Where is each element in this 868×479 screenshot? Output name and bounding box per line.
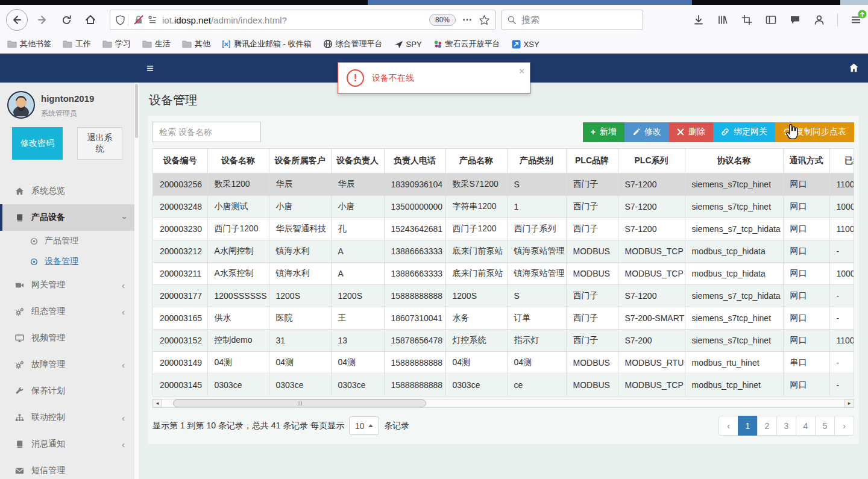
cell-protocol[interactable]: modbus_tcp_hidata	[685, 240, 783, 263]
cell-product-name[interactable]: 字符串1200	[445, 196, 507, 218]
browser-search-bar[interactable]: 搜索	[502, 10, 643, 30]
table-row[interactable]: 200003177 1200SSSSSS 1200S 1200S 1588888…	[153, 285, 854, 307]
tracking-shield-icon[interactable]	[115, 15, 125, 25]
col-product-category[interactable]: 产品类别	[507, 149, 566, 174]
reload-button[interactable]	[57, 10, 76, 30]
cell-comm-mode[interactable]: 网口	[783, 285, 829, 307]
cell-owner[interactable]: 王	[331, 307, 384, 330]
cell-protocol[interactable]: siemens_s7tcp_hinet	[685, 330, 783, 352]
cell-phone[interactable]: 18607310041	[384, 307, 445, 330]
permissions-icon[interactable]	[148, 15, 157, 25]
cell-bound-gateway[interactable]: -	[829, 240, 854, 263]
cell-customer[interactable]: 华辰智通科技	[269, 218, 331, 240]
col-bound-gateway[interactable]: 已绑定网关	[829, 149, 854, 174]
cell-device-id[interactable]: 200003248	[153, 196, 207, 218]
pocket-chat-icon[interactable]	[789, 14, 801, 26]
cell-plc-series[interactable]: S7-200	[618, 330, 685, 352]
cell-phone[interactable]: 13500000000	[384, 196, 445, 218]
cell-customer[interactable]: 31	[269, 330, 331, 352]
col-phone[interactable]: 负责人电话	[384, 149, 445, 174]
cell-product-name[interactable]: 数采S71200	[445, 174, 507, 196]
cell-customer[interactable]: 医院	[269, 307, 331, 330]
cell-comm-mode[interactable]: 网口	[783, 374, 829, 396]
cell-product-category[interactable]: 订单	[507, 307, 566, 330]
cell-customer[interactable]: 1200S	[269, 285, 331, 307]
cell-plc-brand[interactable]: 西门子	[566, 307, 618, 330]
bookmark-mgmt-platform[interactable]: 综合管理平台	[323, 39, 383, 49]
cell-customer[interactable]: 小唐	[269, 196, 331, 218]
cell-plc-series[interactable]: S7-1200	[618, 196, 685, 218]
pagination-page-1[interactable]: 1	[738, 416, 758, 436]
cell-plc-series[interactable]: MODBUS_RTU	[618, 352, 685, 374]
cell-product-category[interactable]: 指示灯	[507, 330, 566, 352]
cell-plc-brand[interactable]: 西门子	[566, 330, 618, 352]
cell-device-name[interactable]: 小唐测试	[207, 196, 269, 218]
delete-button[interactable]: 删除	[669, 122, 713, 142]
pagination-page-4[interactable]: 4	[796, 416, 816, 436]
cell-device-name[interactable]: A水泵控制	[207, 263, 269, 285]
col-product-name[interactable]: 产品名称	[445, 149, 507, 174]
table-row[interactable]: 200003256 数采1200 华辰 华辰 18390936104 数采S71…	[153, 174, 854, 196]
cell-product-name[interactable]: 水务	[445, 307, 507, 330]
cell-owner[interactable]: 0303ce	[331, 374, 384, 396]
cell-phone[interactable]: 15888888888	[384, 285, 445, 307]
cell-product-name[interactable]: 04测	[445, 352, 507, 374]
sidebar-item-maintenance[interactable]: 保养计划	[0, 378, 134, 404]
cell-product-category[interactable]: 镇海泵站管理	[507, 240, 566, 263]
app-menu-button[interactable]	[850, 14, 862, 26]
cell-comm-mode[interactable]: 网口	[783, 240, 829, 263]
bookmark-tencent-mail[interactable]: 腾讯企业邮箱 - 收件箱	[222, 39, 312, 49]
cell-protocol[interactable]: siemens_s7tcp_hinet	[685, 307, 783, 330]
sidebar-item-config[interactable]: 组态管理 ‹	[0, 298, 134, 325]
cell-product-name[interactable]: 西门子1200	[445, 218, 507, 240]
cell-comm-mode[interactable]: 网口	[783, 196, 829, 218]
sidebar-item-fault[interactable]: 故障管理 ‹	[0, 351, 134, 378]
cell-protocol[interactable]: siemens_s7tcp_hinet	[685, 196, 783, 218]
bind-gateway-button[interactable]: 绑定网关	[713, 122, 775, 142]
cell-device-name[interactable]: 0303ce	[207, 374, 269, 396]
bookmark-folder-study[interactable]: 学习	[102, 39, 131, 49]
cell-plc-series[interactable]: MODBUS_TCP	[618, 263, 685, 285]
sidebar-scrollbar-thumb[interactable]	[135, 84, 138, 138]
cell-product-name[interactable]: 底来门前泵站	[445, 240, 507, 263]
scrollbar-track[interactable]	[162, 399, 844, 408]
pagination-page-5[interactable]: 5	[815, 416, 835, 436]
sidebar-item-sms[interactable]: 短信管理	[0, 457, 134, 479]
cell-phone[interactable]: 18390936104	[384, 174, 445, 196]
cell-plc-series[interactable]: S7-1200	[618, 174, 685, 196]
app-home-icon[interactable]	[848, 62, 860, 74]
browser-home-button[interactable]	[81, 10, 100, 30]
sidebar-item-gateway[interactable]: 网关管理 ‹	[0, 272, 134, 298]
table-row[interactable]: 200003149 04测 04测 04测 15888888888 04测 04…	[153, 352, 854, 374]
screenshot-crop-icon[interactable]	[741, 14, 753, 26]
cell-customer[interactable]: 镇海水利	[269, 263, 331, 285]
table-row[interactable]: 200003212 A水闸控制 镇海水利 A 13886663333 底来门前泵…	[153, 240, 854, 263]
scrollbar-thumb[interactable]	[173, 399, 426, 407]
col-customer[interactable]: 设备所属客户	[269, 149, 331, 174]
col-plc-brand[interactable]: PLC品牌	[566, 149, 618, 174]
cell-bound-gateway[interactable]: 1100006	[829, 330, 854, 352]
library-icon[interactable]	[717, 14, 729, 26]
cell-customer[interactable]: 华辰	[269, 174, 331, 196]
bookmark-folder-other[interactable]: 其他书签	[7, 39, 51, 49]
cell-comm-mode[interactable]: 网口	[783, 218, 829, 240]
col-device-name[interactable]: 设备名称	[207, 149, 269, 174]
cell-protocol[interactable]: siemens_s7_tcp_hidata	[685, 218, 783, 240]
scroll-left-button[interactable]: ◂	[153, 399, 162, 408]
bookmark-star-icon[interactable]	[479, 14, 490, 26]
cell-product-category[interactable]: 1	[507, 196, 566, 218]
downloads-icon[interactable]	[693, 14, 705, 26]
cell-plc-series[interactable]: S7-1200	[618, 285, 685, 307]
change-password-button[interactable]: 修改密码	[12, 127, 63, 160]
sidebars-icon[interactable]	[765, 14, 777, 26]
bookmark-folder-work[interactable]: 工作	[63, 39, 91, 49]
cell-product-category[interactable]: 西门子系列	[507, 218, 566, 240]
cell-device-id[interactable]: 200003145	[153, 374, 207, 396]
cell-phone[interactable]: 15888888888	[384, 352, 445, 374]
cell-plc-brand[interactable]: 西门子	[566, 174, 618, 196]
sidebar-item-message[interactable]: 消息通知 ‹	[0, 431, 134, 457]
cell-product-name[interactable]: 0303ce	[445, 374, 507, 396]
cell-bound-gateway[interactable]: 1000000	[829, 196, 854, 218]
cell-product-category[interactable]: S	[507, 174, 566, 196]
cell-comm-mode[interactable]: 网口	[783, 307, 829, 330]
